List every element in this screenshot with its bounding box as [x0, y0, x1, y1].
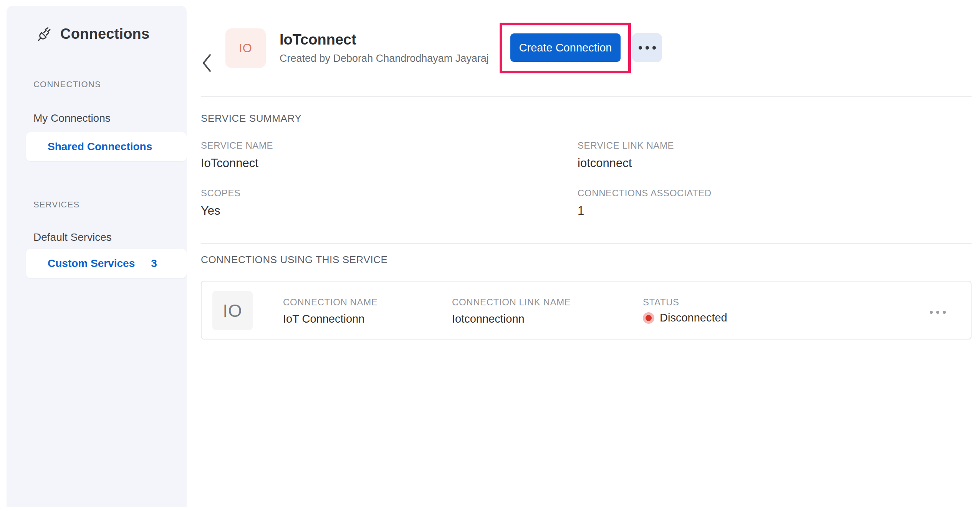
sidebar-section-services-label: SERVICES [33, 200, 79, 210]
field-value: Yes [201, 204, 241, 218]
service-summary-heading: SERVICE SUMMARY [201, 113, 301, 124]
field-label: STATUS [643, 297, 727, 308]
sidebar-section-connections-label: CONNECTIONS [33, 80, 101, 89]
field-scopes: SCOPES Yes [201, 188, 241, 218]
field-value: iotconnect [578, 156, 674, 170]
app-title: Connections [60, 26, 149, 42]
field-connection-name: CONNECTION NAME IoT Connectionn [283, 297, 377, 325]
status-text: Disconnected [660, 311, 727, 324]
field-status: STATUS Disconnected [643, 297, 727, 324]
sidebar-header: Connections [36, 26, 149, 42]
chevron-left-icon [202, 53, 212, 74]
connection-avatar: IO [212, 291, 253, 330]
field-label: SERVICE LINK NAME [578, 140, 674, 151]
field-value: Iotconnectionn [452, 313, 571, 325]
connection-avatar-initials: IO [223, 300, 242, 321]
field-label: CONNECTION LINK NAME [452, 297, 571, 308]
plug-icon [36, 26, 53, 42]
ellipsis-icon [639, 46, 642, 50]
sidebar-item-label: Shared Connections [48, 141, 152, 153]
field-label: SCOPES [201, 188, 241, 199]
connection-row-more-button[interactable] [920, 305, 955, 320]
field-connection-link-name: CONNECTION LINK NAME Iotconnectionn [452, 297, 571, 325]
sidebar: Connections CONNECTIONS My Connections S… [7, 6, 187, 507]
field-connections-associated: CONNECTIONS ASSOCIATED 1 [578, 188, 712, 218]
status-badge: Disconnected [643, 311, 727, 324]
connections-using-service-heading: CONNECTIONS USING THIS SERVICE [201, 254, 388, 266]
service-header: IoTconnect Created by Deborah Chandrodha… [280, 31, 489, 65]
field-value: IoTconnect [201, 156, 273, 170]
field-label: SERVICE NAME [201, 140, 273, 151]
created-by-text: Created by Deborah Chandrodhayam Jayaraj [280, 53, 489, 65]
header-divider [201, 96, 972, 97]
sidebar-item-custom-services[interactable]: Custom Services 3 [26, 249, 187, 278]
field-value: 1 [578, 204, 712, 218]
field-value: IoT Connectionn [283, 313, 377, 325]
field-service-link-name: SERVICE LINK NAME iotconnect [578, 140, 674, 170]
connection-row: IO CONNECTION NAME IoT Connectionn CONNE… [201, 281, 972, 340]
ellipsis-icon [930, 311, 933, 314]
status-disconnected-icon [643, 312, 654, 324]
header-more-button[interactable] [632, 33, 662, 62]
page-title: IoTconnect [280, 31, 489, 48]
field-label: CONNECTION NAME [283, 297, 377, 308]
service-avatar: IO [225, 28, 266, 68]
create-connection-button[interactable]: Create Connection [510, 33, 621, 62]
field-label: CONNECTIONS ASSOCIATED [578, 188, 712, 199]
sidebar-item-my-connections[interactable]: My Connections [33, 112, 111, 124]
sidebar-item-shared-connections[interactable]: Shared Connections [26, 132, 187, 161]
sidebar-item-label: Custom Services [48, 257, 135, 270]
sidebar-item-default-services[interactable]: Default Services [33, 231, 112, 244]
section-divider [201, 243, 972, 244]
field-service-name: SERVICE NAME IoTconnect [201, 140, 273, 170]
custom-services-count-badge: 3 [151, 257, 157, 270]
service-avatar-initials: IO [239, 41, 252, 55]
back-button[interactable] [199, 52, 214, 75]
